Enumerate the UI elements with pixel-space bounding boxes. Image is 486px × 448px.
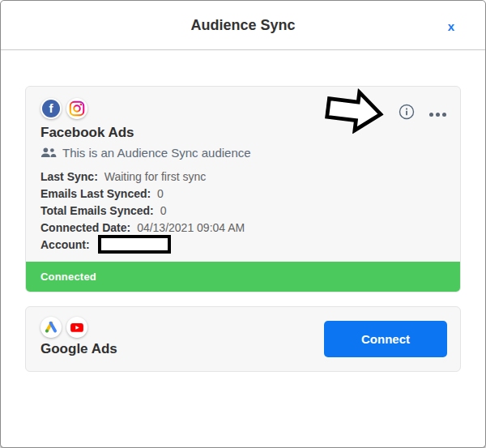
modal-title: Audience Sync: [1, 1, 485, 49]
detail-label: Connected Date:: [40, 221, 130, 234]
sync-details: Last Sync: Waiting for first sync Emails…: [40, 169, 446, 254]
detail-connected-date: Connected Date: 04/13/2021 09:04 AM: [40, 220, 446, 237]
detail-value: 04/13/2021 09:04 AM: [137, 221, 245, 234]
detail-value: Waiting for first sync: [104, 170, 207, 183]
redacted-account-value: [98, 235, 171, 254]
modal-header: Audience Sync x: [1, 1, 485, 50]
detail-last-sync: Last Sync: Waiting for first sync: [40, 169, 446, 186]
facebook-card-body: f: [26, 87, 460, 265]
audience-description: This is an Audience Sync audience: [40, 146, 446, 160]
detail-label: Emails Last Synced:: [40, 187, 151, 200]
people-icon: [40, 147, 57, 158]
detail-total-emails-synced: Total Emails Synced: 0: [40, 203, 446, 220]
detail-value: 0: [157, 187, 164, 200]
connect-button[interactable]: Connect: [324, 321, 447, 357]
facebook-card-title: Facebook Ads: [40, 125, 446, 141]
audience-sync-modal: Audience Sync x f: [0, 0, 486, 448]
status-text: Connected: [40, 271, 96, 283]
audience-description-text: This is an Audience Sync audience: [62, 146, 251, 160]
detail-label: Account:: [40, 238, 90, 251]
detail-emails-last-synced: Emails Last Synced: 0: [40, 186, 446, 203]
detail-label: Total Emails Synced:: [40, 204, 154, 217]
detail-account: Account:: [40, 237, 446, 254]
status-badge: Connected: [26, 262, 460, 292]
annotation-arrow-icon: [323, 85, 386, 137]
instagram-icon: [66, 98, 87, 119]
more-options-icon[interactable]: [428, 109, 448, 120]
detail-value: 0: [160, 204, 167, 217]
google-ads-icon: [40, 317, 62, 338]
close-icon[interactable]: x: [445, 18, 458, 35]
facebook-icon: f: [40, 98, 62, 119]
info-icon[interactable]: [399, 104, 415, 120]
google-ads-card: Google Ads Connect: [25, 306, 461, 372]
youtube-icon: [66, 317, 87, 338]
detail-label: Last Sync:: [40, 170, 98, 183]
facebook-ads-card: f: [25, 86, 461, 292]
